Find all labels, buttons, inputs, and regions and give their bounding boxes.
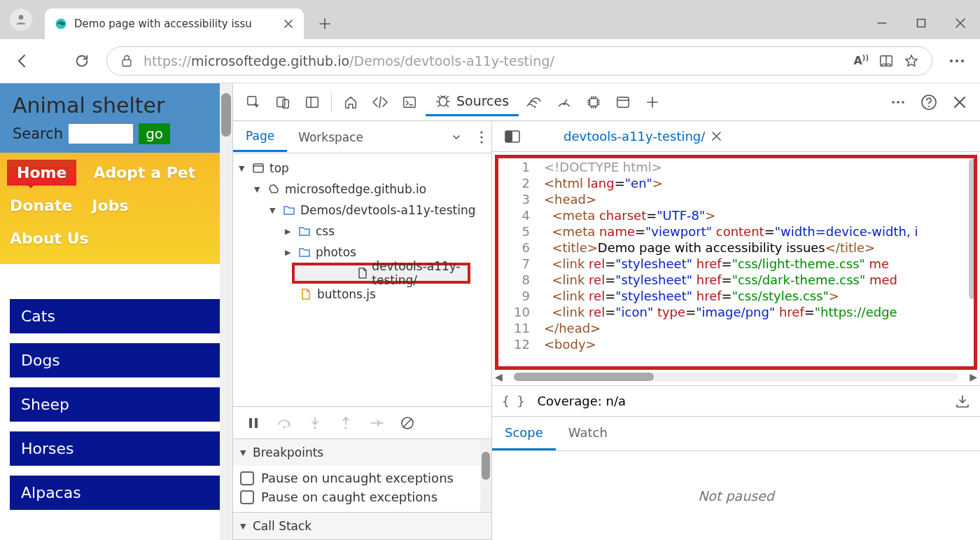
list-item[interactable]: Horses [10,431,223,466]
read-aloud-icon[interactable]: A)) [853,54,869,67]
code-tabstrip: devtools-a11y-testing/ [492,121,980,152]
tab-close-icon[interactable] [283,18,294,29]
more-tabs-button[interactable] [639,89,666,116]
list-item[interactable]: Dogs [10,343,223,378]
application-tab-icon[interactable] [610,89,636,116]
welcome-tab-icon[interactable] [337,89,364,116]
step-into-icon[interactable] [302,410,328,436]
deactivate-breakpoints-icon[interactable] [394,410,421,436]
list-item[interactable]: Cats [10,299,223,333]
svg-point-24 [480,136,482,138]
close-window-button[interactable] [941,7,980,39]
go-button[interactable]: go [139,123,170,144]
scope-watch-pane: Scope Watch Not paused [492,416,980,540]
content-area: Animal shelter Search go Home Adopt a Pe… [0,83,980,540]
tree-file-html[interactable]: devtools-a11y-testing/ [292,263,470,284]
nav-about[interactable]: About Us [7,226,92,251]
debug-scrollbar[interactable] [480,439,491,512]
callstack-section: ▼Call Stack [233,513,491,540]
devtools-tabstrip: Sources [233,83,980,121]
browser-menu-button[interactable] [942,46,972,76]
list-item[interactable]: Alpacas [10,476,223,510]
device-emulation-icon[interactable] [270,89,296,116]
devtools-panel: Sources Page Workspace [232,83,980,540]
sources-tab-label: Sources [456,93,509,109]
svg-rect-3 [122,60,131,66]
help-icon[interactable] [916,89,942,116]
navigator-more-icon[interactable] [472,131,491,144]
svg-point-7 [961,60,964,62]
code-editor[interactable]: 123456789101112 <!DOCTYPE html> <html la… [492,152,980,385]
search-input[interactable] [69,124,133,144]
refresh-button[interactable] [67,46,97,76]
lock-icon [120,54,134,68]
reader-icon[interactable] [878,53,894,69]
page-subtab[interactable]: Page [233,122,287,152]
maximize-button[interactable] [902,7,941,39]
download-icon[interactable] [955,394,970,408]
step-icon[interactable] [363,410,390,436]
list-item[interactable]: Sheep [10,387,223,422]
code-footer: { } Coverage: n/a [492,385,980,416]
new-tab-button[interactable] [311,10,339,38]
svg-point-18 [892,101,895,104]
svg-rect-26 [253,164,263,172]
nav-adopt[interactable]: Adopt a Pet [90,160,198,186]
code-vscrollbar[interactable] [969,159,976,299]
step-out-icon[interactable] [332,410,359,436]
pretty-print-button[interactable]: { } [502,394,525,408]
toggle-navigator-icon[interactable] [499,123,526,150]
svg-rect-28 [255,418,258,428]
tree-top[interactable]: ▼top [233,158,491,179]
inspect-element-icon[interactable] [240,89,267,116]
code-editor-pane: devtools-a11y-testing/ 123456789101112 <… [492,121,980,540]
titlebar: Demo page with accessibility issu [0,0,980,39]
tree-folder-css[interactable]: ▶css [233,221,491,242]
pause-button[interactable] [240,410,267,436]
performance-tab-icon[interactable] [551,89,578,116]
svg-rect-9 [277,97,285,106]
step-over-icon[interactable] [271,410,298,436]
minimize-button[interactable] [862,7,902,39]
svg-point-15 [564,103,566,105]
nav-jobs[interactable]: Jobs [89,193,131,219]
code-file-tab[interactable]: devtools-a11y-testing/ [564,129,721,144]
profile-avatar[interactable] [10,8,32,31]
svg-point-29 [284,426,286,428]
svg-point-5 [950,60,953,62]
nav-home[interactable]: Home [7,160,76,186]
nav-donate[interactable]: Donate [7,193,75,219]
page-header: Animal shelter Search go [0,83,232,153]
back-button[interactable] [8,46,38,76]
pause-uncaught-checkbox[interactable]: Pause on uncaught exceptions [240,469,484,487]
elements-tab-icon[interactable] [367,89,393,116]
watch-tab[interactable]: Watch [556,417,620,450]
svg-rect-35 [505,131,512,142]
code-hscrollbar[interactable]: ◀▶ [495,371,977,382]
browser-tab[interactable]: Demo page with accessibility issu [45,8,304,39]
favorite-star-icon[interactable] [904,53,919,69]
sources-tab[interactable]: Sources [426,88,519,116]
svg-point-22 [928,106,930,107]
close-devtools-icon[interactable] [946,89,973,116]
tree-folder-demos[interactable]: ▼Demos/devtools-a11y-testing [233,200,491,221]
svg-point-6 [955,60,958,62]
page-scrollbar[interactable] [220,83,232,540]
coverage-label: Coverage: n/a [538,394,626,408]
svg-rect-12 [404,97,416,107]
pause-caught-checkbox[interactable]: Pause on caught exceptions [240,487,484,506]
svg-point-20 [902,101,904,104]
file-tree[interactable]: ▼top ▼microsoftedge.github.io ▼Demos/dev… [233,153,491,406]
svg-rect-2 [918,20,925,27]
tree-host[interactable]: ▼microsoftedge.github.io [233,179,491,200]
svg-rect-16 [590,98,598,106]
console-tab-icon[interactable] [396,89,423,116]
address-bar[interactable]: https://microsoftedge.github.io/Demos/de… [106,46,932,76]
close-file-icon[interactable] [712,132,721,141]
network-tab-icon[interactable] [522,89,548,116]
workspace-subtab[interactable]: Workspace [287,123,472,151]
scope-tab[interactable]: Scope [492,417,556,450]
memory-tab-icon[interactable] [580,89,607,116]
devtools-more-icon[interactable] [885,89,911,116]
dock-icon[interactable] [299,89,326,116]
